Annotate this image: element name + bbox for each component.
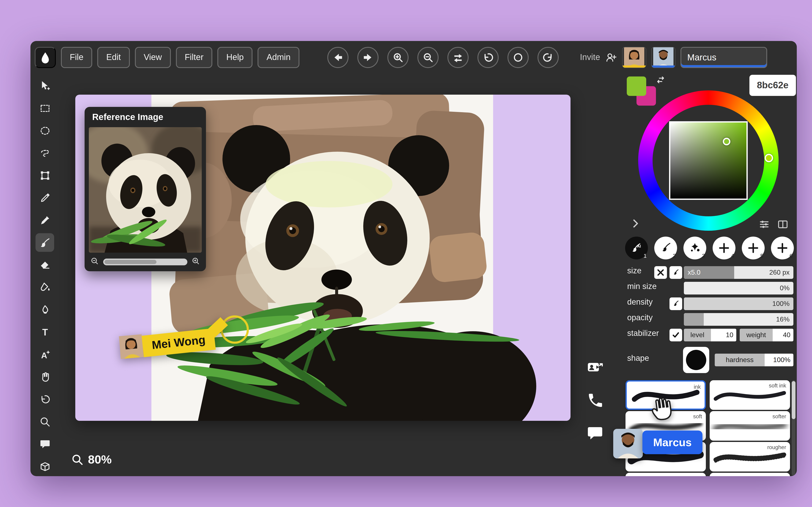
weight-chip-label: weight <box>740 329 773 341</box>
shape-label: shape <box>627 354 649 363</box>
size-label: size <box>627 266 642 276</box>
stabilizer-checkbox[interactable] <box>669 329 682 341</box>
text-tool[interactable]: T <box>36 323 54 341</box>
perspective-grid-tool[interactable] <box>36 457 54 476</box>
forward-button[interactable] <box>357 47 378 68</box>
hardness-value-field[interactable]: 100% <box>765 354 794 366</box>
brush-tool[interactable] <box>36 233 54 252</box>
brush-shape-preview[interactable] <box>683 347 709 373</box>
color-wheel[interactable] <box>638 91 778 231</box>
slot-3-number: 3 <box>702 252 705 259</box>
ellipse-select-tool[interactable] <box>36 121 54 140</box>
weight-value-field[interactable]: 40 <box>773 329 794 341</box>
hex-color-value[interactable]: 8bc62e <box>749 75 796 96</box>
hex-text: 8bc62e <box>757 80 788 91</box>
menu-filter[interactable]: Filter <box>176 47 212 68</box>
redo-button[interactable] <box>538 47 559 68</box>
voice-call-button[interactable] <box>586 392 604 409</box>
sv-selector-dot[interactable] <box>723 138 730 145</box>
size-slider[interactable]: x5.0 260 px <box>684 266 794 279</box>
menu-admin[interactable]: Admin <box>258 47 299 68</box>
back-button[interactable] <box>327 47 349 68</box>
smudge-tool[interactable] <box>36 300 54 319</box>
marcus-cursor-nametag: Marcus <box>643 431 703 454</box>
preset-soft-ink[interactable]: soft ink <box>710 380 790 410</box>
invite-label[interactable]: Invite <box>580 52 600 62</box>
slot-1-number: 1 <box>644 252 647 259</box>
sliders-settings-icon[interactable] <box>759 219 770 230</box>
comments-tool[interactable] <box>36 435 54 453</box>
size-reset-button[interactable] <box>654 266 667 279</box>
hand-tool[interactable] <box>36 368 54 386</box>
avatar-mei[interactable] <box>622 47 646 68</box>
density-slider[interactable]: 100% <box>684 297 794 310</box>
rotate-reset-button[interactable] <box>507 47 529 68</box>
circle-icon <box>513 52 523 63</box>
primary-color-swatch[interactable] <box>627 76 646 96</box>
menu-view[interactable]: View <box>135 47 171 68</box>
preset-softer[interactable]: softer <box>710 411 790 441</box>
collapse-panel-chevron[interactable] <box>631 219 640 228</box>
menu-help[interactable]: Help <box>217 47 252 68</box>
pencil-tool[interactable] <box>36 211 54 229</box>
hue-selector-dot[interactable] <box>765 154 773 162</box>
preset-partial-left[interactable] <box>625 473 706 476</box>
preset-soft-ink-label: soft ink <box>769 382 786 389</box>
brush-slot-4-add[interactable]: 4 <box>713 237 735 260</box>
tool-palette: T A <box>31 70 59 476</box>
zoom-in-button[interactable] <box>388 47 409 68</box>
opacity-slider[interactable]: 16% <box>684 313 794 326</box>
swap-swatches-icon[interactable] <box>656 75 666 85</box>
active-user-nameplate[interactable]: Marcus <box>680 47 767 68</box>
hardness-chip-label: hardness <box>715 354 765 366</box>
preset-softer-label: softer <box>772 413 786 419</box>
eraser-tool[interactable] <box>36 256 54 274</box>
magnifier-icon[interactable] <box>71 453 84 466</box>
brush-slot-1-ai[interactable]: AI 1 <box>625 237 648 260</box>
swap-colors-button[interactable] <box>448 47 469 68</box>
brush-slot-6-add[interactable]: 6 <box>771 237 794 260</box>
lasso-tool[interactable] <box>36 144 54 162</box>
undo-button[interactable] <box>477 47 499 68</box>
invite-user-icon[interactable] <box>605 51 617 63</box>
preset-partial-right[interactable] <box>710 473 790 476</box>
chat-button[interactable] <box>586 424 604 442</box>
density-pressure-toggle[interactable] <box>669 297 682 310</box>
zoom-tool[interactable] <box>36 412 54 431</box>
move-tool[interactable] <box>36 76 54 95</box>
level-value-field[interactable]: 10 <box>711 329 736 341</box>
reference-panel-header[interactable]: Reference Image <box>85 107 206 127</box>
reference-zoom-slider[interactable] <box>103 259 187 265</box>
menu-edit[interactable]: Edit <box>97 47 130 68</box>
undo-tool[interactable] <box>36 390 54 408</box>
brush-slot-5-add[interactable]: 5 <box>742 237 765 260</box>
min-size-slider[interactable]: 0% <box>684 282 794 294</box>
zoom-out-button[interactable] <box>417 47 439 68</box>
size-pressure-toggle[interactable] <box>669 266 682 279</box>
presets-scrollbar-track[interactable] <box>792 380 796 476</box>
avatar-marcus[interactable] <box>651 47 675 68</box>
reference-zoom-in-icon[interactable] <box>192 257 200 267</box>
ai-text-tool[interactable]: A <box>36 345 54 364</box>
fill-tool[interactable] <box>36 278 54 297</box>
screen-share-button[interactable] <box>586 359 604 377</box>
preset-ink-label: ink <box>694 384 701 390</box>
app-logo-button[interactable] <box>35 47 56 68</box>
reference-panel-title: Reference Image <box>92 112 163 122</box>
saturation-value-square[interactable] <box>669 121 748 200</box>
split-view-icon[interactable] <box>777 219 788 230</box>
menu-file[interactable]: File <box>61 47 92 68</box>
reference-zoom-bar <box>85 252 206 271</box>
presets-scrollbar-thumb[interactable] <box>792 381 796 419</box>
redo-icon <box>543 52 554 63</box>
preset-rougher[interactable]: rougher <box>710 442 790 471</box>
brush-slot-3[interactable]: 3 <box>683 237 706 260</box>
eyedropper-tool[interactable] <box>36 188 54 207</box>
reference-zoom-out-icon[interactable] <box>91 257 99 267</box>
swap-arrows-icon <box>453 52 463 63</box>
rect-select-tool[interactable] <box>36 99 54 117</box>
transform-tool[interactable] <box>36 166 54 185</box>
opacity-value: 16% <box>776 313 790 326</box>
min-size-label: min size <box>627 282 657 291</box>
brush-slot-2[interactable]: 2 <box>654 237 677 260</box>
